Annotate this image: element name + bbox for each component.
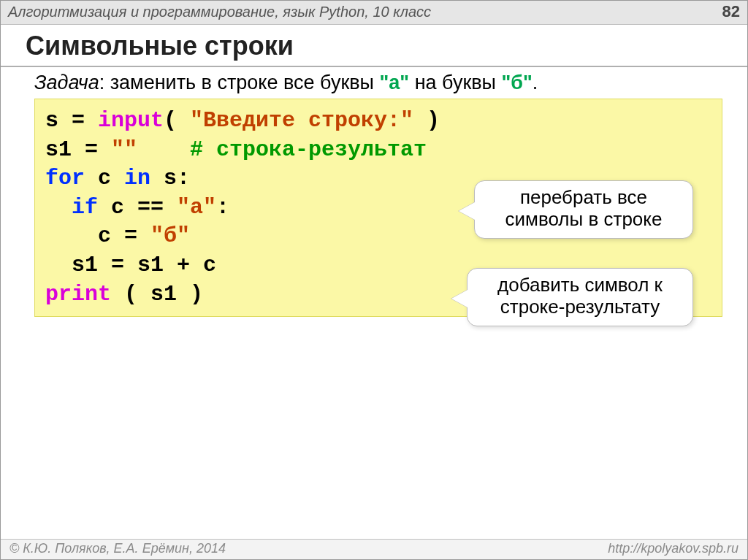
footer: © К.Ю. Поляков, Е.А. Ерёмин, 2014 http:/… (1, 539, 747, 559)
code-text: c = (45, 223, 150, 248)
slide: Алгоритмизация и программирование, язык … (0, 0, 748, 560)
callout-iterate: перебрать все символы в строке (474, 180, 693, 239)
code-text: ( (164, 108, 190, 133)
code-text: : (216, 195, 229, 220)
task-text-3: . (533, 72, 538, 93)
subject-label: Алгоритмизация и программирование, язык … (8, 4, 431, 20)
code-text: c (85, 166, 124, 191)
task-text-1: : заменить в строке все буквы (99, 72, 380, 93)
code-string: "Введите строку:" (190, 108, 413, 133)
content-area: Задача: заменить в строке все буквы "а" … (1, 67, 747, 539)
footer-copyright: © К.Ю. Поляков, Е.А. Ерёмин, 2014 (9, 541, 226, 556)
code-func: input (98, 108, 164, 133)
code-keyword: if (72, 195, 98, 220)
code-keyword: for (45, 166, 85, 191)
code-text: s1 = (45, 137, 111, 162)
task-description: Задача: заменить в строке все буквы "а" … (1, 72, 747, 97)
code-wrapper: s = input( "Введите строку:" ) s1 = "" #… (34, 99, 722, 317)
code-func: print (45, 282, 111, 307)
code-comment: # строка-результат (190, 137, 427, 162)
code-string: "" (111, 137, 137, 162)
slide-title: Символьные строки (1, 25, 747, 67)
code-text: ( s1 ) (111, 282, 203, 307)
code-text: s1 = s1 + c (45, 253, 216, 277)
code-text (45, 195, 72, 220)
code-text: s: (150, 166, 190, 191)
code-string: "а" (177, 195, 216, 220)
page-number: 82 (722, 2, 740, 21)
code-text: c == (98, 195, 177, 220)
code-keyword: in (124, 166, 150, 191)
callout-append: добавить символ к строке-результату (467, 268, 693, 326)
code-text: s = (45, 108, 98, 133)
code-text (137, 137, 190, 162)
task-text-2: на буквы (409, 72, 501, 93)
task-label: Задача (34, 72, 99, 93)
task-letter-b: "б" (502, 72, 533, 93)
code-text: ) (413, 108, 440, 133)
code-string: "б" (150, 223, 190, 248)
task-letter-a: "а" (380, 72, 410, 93)
top-bar: Алгоритмизация и программирование, язык … (1, 1, 747, 25)
footer-url: http://kpolyakov.spb.ru (608, 541, 739, 556)
